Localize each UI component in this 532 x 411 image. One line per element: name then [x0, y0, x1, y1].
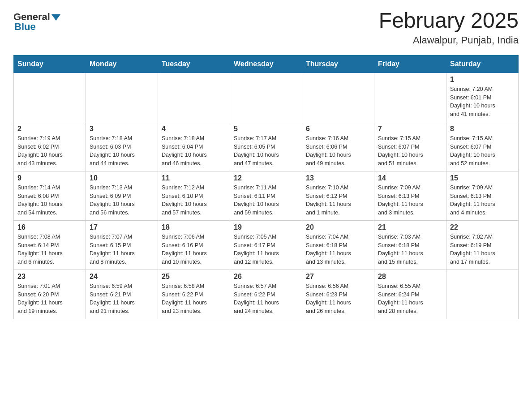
calendar-day-cell	[14, 73, 86, 122]
calendar-day-cell: 5Sunrise: 7:17 AM Sunset: 6:05 PM Daylig…	[230, 122, 302, 171]
calendar-header-row: SundayMondayTuesdayWednesdayThursdayFrid…	[14, 55, 519, 73]
calendar-day-cell: 21Sunrise: 7:03 AM Sunset: 6:18 PM Dayli…	[374, 220, 446, 270]
calendar-day-cell	[158, 73, 230, 122]
calendar-day-cell: 27Sunrise: 6:56 AM Sunset: 6:23 PM Dayli…	[302, 270, 374, 319]
calendar-day-cell: 2Sunrise: 7:19 AM Sunset: 6:02 PM Daylig…	[14, 122, 86, 171]
day-info: Sunrise: 7:17 AM Sunset: 6:05 PM Dayligh…	[234, 134, 298, 168]
day-info: Sunrise: 7:16 AM Sunset: 6:06 PM Dayligh…	[306, 134, 370, 168]
day-number: 6	[306, 125, 370, 133]
day-info: Sunrise: 7:05 AM Sunset: 6:17 PM Dayligh…	[234, 233, 298, 266]
calendar-day-header: Wednesday	[230, 55, 302, 73]
day-info: Sunrise: 7:18 AM Sunset: 6:04 PM Dayligh…	[162, 134, 226, 168]
day-number: 14	[378, 174, 442, 182]
calendar-day-cell: 12Sunrise: 7:11 AM Sunset: 6:11 PM Dayli…	[230, 171, 302, 220]
day-info: Sunrise: 7:06 AM Sunset: 6:16 PM Dayligh…	[162, 233, 226, 266]
day-number: 9	[17, 174, 82, 182]
page-header: General Blue February 2025 Alawalpur, Pu…	[13, 9, 519, 46]
day-number: 26	[234, 273, 298, 281]
calendar-day-header: Friday	[374, 55, 446, 73]
calendar-day-cell: 23Sunrise: 7:01 AM Sunset: 6:20 PM Dayli…	[14, 270, 86, 319]
calendar-day-header: Saturday	[446, 55, 519, 73]
day-info: Sunrise: 7:13 AM Sunset: 6:09 PM Dayligh…	[90, 184, 154, 217]
day-number: 17	[90, 223, 154, 231]
calendar-week-row: 2Sunrise: 7:19 AM Sunset: 6:02 PM Daylig…	[14, 122, 519, 171]
day-number: 23	[17, 273, 82, 281]
day-number: 10	[90, 174, 154, 182]
calendar-week-row: 1Sunrise: 7:20 AM Sunset: 6:01 PM Daylig…	[14, 73, 519, 122]
day-info: Sunrise: 6:59 AM Sunset: 6:21 PM Dayligh…	[90, 282, 154, 316]
calendar-day-cell: 19Sunrise: 7:05 AM Sunset: 6:17 PM Dayli…	[230, 220, 302, 270]
day-number: 5	[234, 125, 298, 133]
calendar-day-cell: 1Sunrise: 7:20 AM Sunset: 6:01 PM Daylig…	[446, 73, 519, 122]
calendar-day-cell: 15Sunrise: 7:09 AM Sunset: 6:13 PM Dayli…	[446, 171, 519, 220]
day-info: Sunrise: 7:14 AM Sunset: 6:08 PM Dayligh…	[17, 184, 82, 217]
day-number: 8	[450, 125, 515, 133]
day-info: Sunrise: 7:11 AM Sunset: 6:11 PM Dayligh…	[234, 184, 298, 217]
day-number: 21	[378, 223, 442, 231]
day-info: Sunrise: 7:20 AM Sunset: 6:01 PM Dayligh…	[450, 85, 515, 119]
day-info: Sunrise: 7:12 AM Sunset: 6:10 PM Dayligh…	[162, 184, 226, 217]
calendar-week-row: 16Sunrise: 7:08 AM Sunset: 6:14 PM Dayli…	[14, 220, 519, 270]
calendar-day-cell: 24Sunrise: 6:59 AM Sunset: 6:21 PM Dayli…	[86, 270, 158, 319]
day-info: Sunrise: 7:19 AM Sunset: 6:02 PM Dayligh…	[17, 134, 82, 168]
day-number: 7	[378, 125, 442, 133]
day-number: 22	[450, 223, 515, 231]
day-number: 28	[378, 273, 442, 281]
calendar-day-cell	[374, 73, 446, 122]
calendar-day-cell: 11Sunrise: 7:12 AM Sunset: 6:10 PM Dayli…	[158, 171, 230, 220]
day-info: Sunrise: 7:04 AM Sunset: 6:18 PM Dayligh…	[306, 233, 370, 266]
calendar-day-cell: 7Sunrise: 7:15 AM Sunset: 6:07 PM Daylig…	[374, 122, 446, 171]
calendar-day-header: Thursday	[302, 55, 374, 73]
calendar-week-row: 9Sunrise: 7:14 AM Sunset: 6:08 PM Daylig…	[14, 171, 519, 220]
day-info: Sunrise: 6:58 AM Sunset: 6:22 PM Dayligh…	[162, 282, 226, 316]
logo-blue-text: Blue	[13, 21, 36, 33]
calendar-day-cell: 6Sunrise: 7:16 AM Sunset: 6:06 PM Daylig…	[302, 122, 374, 171]
day-number: 25	[162, 273, 226, 281]
day-number: 27	[306, 273, 370, 281]
day-number: 13	[306, 174, 370, 182]
day-number: 11	[162, 174, 226, 182]
calendar-day-cell: 26Sunrise: 6:57 AM Sunset: 6:22 PM Dayli…	[230, 270, 302, 319]
calendar-day-cell: 4Sunrise: 7:18 AM Sunset: 6:04 PM Daylig…	[158, 122, 230, 171]
logo: General Blue	[13, 9, 60, 33]
calendar-day-cell	[302, 73, 374, 122]
title-block: February 2025 Alawalpur, Punjab, India	[379, 9, 519, 46]
day-number: 19	[234, 223, 298, 231]
day-number: 16	[17, 223, 82, 231]
day-info: Sunrise: 7:02 AM Sunset: 6:19 PM Dayligh…	[450, 233, 515, 266]
calendar-week-row: 23Sunrise: 7:01 AM Sunset: 6:20 PM Dayli…	[14, 270, 519, 319]
calendar-day-cell: 13Sunrise: 7:10 AM Sunset: 6:12 PM Dayli…	[302, 171, 374, 220]
day-number: 4	[162, 125, 226, 133]
day-info: Sunrise: 7:08 AM Sunset: 6:14 PM Dayligh…	[17, 233, 82, 266]
calendar-day-cell: 10Sunrise: 7:13 AM Sunset: 6:09 PM Dayli…	[86, 171, 158, 220]
calendar-day-cell: 22Sunrise: 7:02 AM Sunset: 6:19 PM Dayli…	[446, 220, 519, 270]
day-number: 2	[17, 125, 82, 133]
calendar-day-cell: 17Sunrise: 7:07 AM Sunset: 6:15 PM Dayli…	[86, 220, 158, 270]
day-info: Sunrise: 7:01 AM Sunset: 6:20 PM Dayligh…	[17, 282, 82, 316]
day-info: Sunrise: 6:56 AM Sunset: 6:23 PM Dayligh…	[306, 282, 370, 316]
day-info: Sunrise: 7:03 AM Sunset: 6:18 PM Dayligh…	[378, 233, 442, 266]
logo-arrow-icon	[51, 14, 60, 21]
day-info: Sunrise: 7:18 AM Sunset: 6:03 PM Dayligh…	[90, 134, 154, 168]
day-number: 24	[90, 273, 154, 281]
calendar-day-cell	[446, 270, 519, 319]
calendar-day-cell: 25Sunrise: 6:58 AM Sunset: 6:22 PM Dayli…	[158, 270, 230, 319]
calendar-day-cell: 28Sunrise: 6:55 AM Sunset: 6:24 PM Dayli…	[374, 270, 446, 319]
day-number: 3	[90, 125, 154, 133]
day-number: 18	[162, 223, 226, 231]
day-number: 12	[234, 174, 298, 182]
day-number: 1	[450, 76, 515, 84]
day-info: Sunrise: 7:07 AM Sunset: 6:15 PM Dayligh…	[90, 233, 154, 266]
day-info: Sunrise: 7:10 AM Sunset: 6:12 PM Dayligh…	[306, 184, 370, 217]
calendar-day-cell: 9Sunrise: 7:14 AM Sunset: 6:08 PM Daylig…	[14, 171, 86, 220]
calendar-day-header: Sunday	[14, 55, 86, 73]
calendar-table: SundayMondayTuesdayWednesdayThursdayFrid…	[13, 55, 519, 319]
calendar-title: February 2025	[379, 9, 519, 33]
day-info: Sunrise: 7:15 AM Sunset: 6:07 PM Dayligh…	[450, 134, 515, 168]
day-info: Sunrise: 6:57 AM Sunset: 6:22 PM Dayligh…	[234, 282, 298, 316]
calendar-day-cell: 14Sunrise: 7:09 AM Sunset: 6:13 PM Dayli…	[374, 171, 446, 220]
calendar-day-cell	[230, 73, 302, 122]
day-info: Sunrise: 7:09 AM Sunset: 6:13 PM Dayligh…	[450, 184, 515, 217]
calendar-day-cell: 16Sunrise: 7:08 AM Sunset: 6:14 PM Dayli…	[14, 220, 86, 270]
calendar-subtitle: Alawalpur, Punjab, India	[379, 34, 519, 46]
